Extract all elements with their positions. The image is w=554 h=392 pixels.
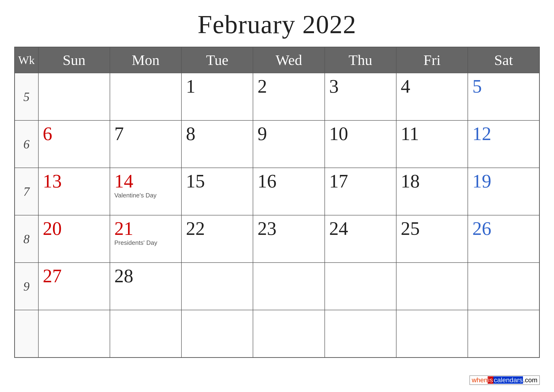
day-cell-mon: 7 <box>110 120 181 168</box>
calendar-row: 92728 <box>15 263 540 310</box>
day-cell-wed: 2 <box>253 73 325 120</box>
watermark: wheniscalendars.com <box>470 375 540 385</box>
day-cell-sun: 13 <box>38 168 110 215</box>
day-cell-mon: 28 <box>110 263 181 310</box>
day-number: 11 <box>401 123 419 144</box>
day-number: 1 <box>186 76 195 97</box>
day-cell-thu: 17 <box>325 168 396 215</box>
header-sun: Sun <box>38 47 110 73</box>
day-cell-tue: 22 <box>181 215 253 263</box>
day-cell-thu <box>325 310 396 357</box>
day-cell-tue: 15 <box>181 168 253 215</box>
holiday-label: Presidents' Day <box>114 239 177 246</box>
day-cell-wed: 16 <box>253 168 325 215</box>
day-cell-wed <box>253 310 325 357</box>
day-cell-tue: 8 <box>181 120 253 168</box>
watermark-when: when <box>472 376 488 384</box>
wk-number: 8 <box>15 215 38 263</box>
day-cell-sun: 6 <box>38 120 110 168</box>
calendar-row: 66789101112 <box>15 120 540 168</box>
day-number: 26 <box>472 218 491 239</box>
day-number: 24 <box>329 218 348 239</box>
day-cell-thu: 3 <box>325 73 396 120</box>
day-cell-sat: 5 <box>468 73 539 120</box>
day-number: 3 <box>329 76 339 97</box>
day-number: 25 <box>401 218 420 239</box>
day-cell-thu <box>325 263 396 310</box>
day-cell-mon: 21Presidents' Day <box>110 215 181 263</box>
day-cell-sun <box>38 73 110 120</box>
day-cell-mon <box>110 310 181 357</box>
day-cell-sun: 27 <box>38 263 110 310</box>
wk-number: 6 <box>15 120 38 168</box>
day-number: 5 <box>472 76 482 97</box>
day-cell-mon: 14Valentine's Day <box>110 168 181 215</box>
day-number: 14 <box>114 171 133 191</box>
header-tue: Tue <box>181 47 253 73</box>
day-cell-fri <box>396 310 468 357</box>
day-cell-tue <box>181 310 253 357</box>
header-mon: Mon <box>110 47 181 73</box>
calendar-table: Wk Sun Mon Tue Wed Thu Fri Sat 512345667… <box>14 47 540 358</box>
day-number: 7 <box>114 123 124 144</box>
header-wk: Wk <box>15 47 38 73</box>
day-cell-tue: 1 <box>181 73 253 120</box>
day-cell-wed: 23 <box>253 215 325 263</box>
header-wed: Wed <box>253 47 325 73</box>
day-number: 15 <box>186 171 205 191</box>
day-cell-fri: 18 <box>396 168 468 215</box>
day-number: 22 <box>186 218 205 239</box>
day-cell-fri: 25 <box>396 215 468 263</box>
day-cell-sat <box>468 263 539 310</box>
calendar-row <box>15 310 540 357</box>
day-number: 4 <box>401 76 410 97</box>
day-number: 6 <box>43 123 52 144</box>
calendar-body: 5123456678910111271314Valentine's Day151… <box>15 73 540 357</box>
calendar-row: 512345 <box>15 73 540 120</box>
day-cell-thu: 24 <box>325 215 396 263</box>
day-cell-sat: 19 <box>468 168 539 215</box>
wk-number: 9 <box>15 263 38 310</box>
day-cell-wed <box>253 263 325 310</box>
day-cell-sun <box>38 310 110 357</box>
day-cell-tue <box>181 263 253 310</box>
day-number: 17 <box>329 171 348 191</box>
day-number: 12 <box>472 123 491 144</box>
day-cell-sat: 12 <box>468 120 539 168</box>
day-cell-sun: 20 <box>38 215 110 263</box>
day-number: 13 <box>43 171 62 191</box>
holiday-label: Valentine's Day <box>114 192 177 199</box>
day-number: 2 <box>257 76 267 97</box>
wk-number <box>15 310 38 357</box>
calendar-row: 82021Presidents' Day2223242526 <box>15 215 540 263</box>
day-number: 19 <box>472 171 491 191</box>
day-number: 18 <box>401 171 420 191</box>
day-cell-sat: 26 <box>468 215 539 263</box>
header-thu: Thu <box>325 47 396 73</box>
calendar-row: 71314Valentine's Day1516171819 <box>15 168 540 215</box>
day-cell-fri <box>396 263 468 310</box>
page-title: February 2022 <box>198 9 356 40</box>
header-row: Wk Sun Mon Tue Wed Thu Fri Sat <box>15 47 540 73</box>
day-number: 9 <box>257 123 267 144</box>
header-sat: Sat <box>468 47 539 73</box>
day-number: 10 <box>329 123 348 144</box>
day-cell-thu: 10 <box>325 120 396 168</box>
day-number: 8 <box>186 123 195 144</box>
day-cell-sat <box>468 310 539 357</box>
day-cell-fri: 4 <box>396 73 468 120</box>
day-number: 27 <box>43 266 62 286</box>
wk-number: 7 <box>15 168 38 215</box>
watermark-calendars: calendars <box>493 376 523 384</box>
day-number: 16 <box>257 171 277 191</box>
watermark-com: .com <box>523 376 537 384</box>
day-number: 23 <box>257 218 277 239</box>
day-cell-fri: 11 <box>396 120 468 168</box>
watermark-is: is <box>488 376 493 384</box>
day-cell-mon <box>110 73 181 120</box>
day-cell-wed: 9 <box>253 120 325 168</box>
day-number: 21 <box>114 218 133 239</box>
wk-number: 5 <box>15 73 38 120</box>
day-number: 28 <box>114 266 133 286</box>
header-fri: Fri <box>396 47 468 73</box>
